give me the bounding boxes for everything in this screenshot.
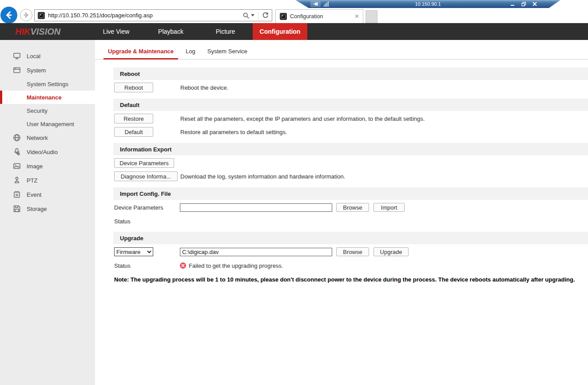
section-header-import-config: Import Config. File bbox=[113, 187, 588, 200]
tab-upgrade-maintenance[interactable]: Upgrade & Maintenance bbox=[103, 44, 178, 60]
import-config-row: Device Parameters Browse Import bbox=[114, 202, 588, 212]
import-browse-button[interactable]: Browse bbox=[336, 203, 369, 212]
sidebar-item-event[interactable]: Event bbox=[0, 187, 95, 202]
error-status-icon bbox=[180, 262, 186, 269]
config-tabs: Upgrade & Maintenance Log System Service bbox=[95, 40, 588, 60]
upgrade-status-text: Failed to get the upgrading progress. bbox=[189, 262, 283, 269]
nav-item-playback[interactable]: Playback bbox=[143, 23, 198, 40]
upgrade-browse-button[interactable]: Browse bbox=[336, 247, 369, 256]
sidebar: Local System System Settings Maintenance… bbox=[0, 40, 95, 385]
sidebar-item-security[interactable]: Security bbox=[0, 104, 95, 117]
upgrade-button[interactable]: Upgrade bbox=[373, 247, 409, 256]
reboot-description: Reboot the device. bbox=[180, 84, 228, 91]
upgrade-status-row: Status Failed to get the upgrading progr… bbox=[114, 261, 588, 270]
floppy-disk-icon bbox=[13, 205, 21, 213]
restore-description: Reset all the parameters, except the IP … bbox=[180, 115, 425, 122]
minimize-icon bbox=[510, 2, 515, 6]
screen: http://10.150.70.251/doc/page/config.asp bbox=[0, 0, 588, 385]
refresh-icon bbox=[262, 12, 269, 19]
import-device-parameters-label: Device Parameters bbox=[114, 204, 180, 211]
sidebar-item-local[interactable]: Local bbox=[0, 49, 95, 63]
globe-icon bbox=[13, 134, 21, 142]
search-dropdown-caret-icon bbox=[251, 14, 254, 16]
section-header-information-export: Information Export bbox=[113, 143, 588, 155]
sidebar-item-network[interactable]: Network bbox=[0, 131, 95, 145]
logo-vision: VISION bbox=[30, 27, 60, 36]
sidebar-item-image[interactable]: Image bbox=[0, 159, 95, 173]
tab-favicon-icon bbox=[280, 13, 287, 20]
import-file-input[interactable] bbox=[180, 203, 332, 212]
rdp-close-button[interactable] bbox=[532, 1, 537, 7]
nav-item-live-view[interactable]: Live View bbox=[89, 23, 143, 40]
default-description: Restore all parameters to default settin… bbox=[180, 129, 287, 135]
sidebar-item-system-settings[interactable]: System Settings bbox=[0, 77, 95, 91]
sidebar-item-storage[interactable]: Storage bbox=[0, 202, 95, 216]
restore-row: Restore Reset all the parameters, except… bbox=[114, 114, 588, 123]
device-parameters-export-row: Device Parameters bbox=[114, 158, 588, 168]
microphone-icon bbox=[13, 148, 21, 156]
sidebar-item-user-management[interactable]: User Management bbox=[0, 117, 95, 131]
section-header-upgrade: Upgrade bbox=[113, 232, 588, 244]
rdp-restore-button[interactable] bbox=[521, 1, 526, 7]
rdp-minimize-button[interactable] bbox=[510, 1, 515, 7]
logo-hik: HIK bbox=[15, 27, 30, 36]
diagnose-information-button[interactable]: Diagnose Informa... bbox=[114, 171, 178, 181]
import-status-label: Status bbox=[114, 218, 180, 225]
restore-icon bbox=[521, 2, 526, 7]
system-window-icon bbox=[13, 66, 21, 74]
new-tab-button[interactable] bbox=[366, 10, 377, 23]
nav-item-configuration[interactable]: Configuration bbox=[253, 23, 307, 40]
back-arrow-icon bbox=[4, 11, 13, 20]
reboot-button[interactable]: Reboot bbox=[114, 83, 153, 92]
hikvision-logo: HIKVISION bbox=[15, 23, 60, 40]
default-button[interactable]: Default bbox=[114, 127, 153, 137]
upgrade-row: Firmware Browse Upgrade bbox=[114, 247, 588, 257]
tab-title: Configuration bbox=[290, 13, 323, 20]
monitor-icon bbox=[13, 52, 21, 60]
upgrade-type-select[interactable]: Firmware bbox=[114, 247, 153, 256]
close-icon bbox=[532, 2, 537, 6]
default-row: Default Restore all parameters to defaul… bbox=[114, 127, 588, 137]
forward-arrow-icon bbox=[23, 12, 30, 19]
rdp-connection-bar: 10.150.90.1 bbox=[295, 0, 560, 8]
tab-system-service[interactable]: System Service bbox=[203, 44, 252, 59]
sidebar-item-system[interactable]: System bbox=[0, 63, 95, 77]
tab-log[interactable]: Log bbox=[181, 44, 200, 59]
tab-close-icon[interactable]: × bbox=[355, 13, 359, 20]
main-nav: Live View Playback Picture Configuration bbox=[89, 23, 307, 40]
upgrade-note: Note: The upgrading process will be 1 to… bbox=[114, 276, 588, 283]
device-parameters-export-button[interactable]: Device Parameters bbox=[114, 158, 174, 168]
ptz-camera-icon bbox=[13, 176, 21, 184]
site-favicon-icon bbox=[38, 12, 45, 19]
import-button[interactable]: Import bbox=[373, 203, 405, 212]
import-status-row: Status bbox=[114, 217, 588, 226]
reboot-row: Reboot Reboot the device. bbox=[114, 83, 588, 92]
sidebar-item-ptz[interactable]: PTZ bbox=[0, 173, 95, 187]
notepad-icon bbox=[13, 191, 21, 198]
browser-forward-button[interactable] bbox=[20, 9, 32, 21]
main-content: Upgrade & Maintenance Log System Service… bbox=[95, 40, 588, 385]
nav-item-picture[interactable]: Picture bbox=[198, 23, 253, 40]
address-bar[interactable]: http://10.150.70.251/doc/page/config.asp bbox=[34, 9, 272, 21]
app-header: HIKVISION Live View Playback Picture Con… bbox=[0, 23, 588, 40]
sidebar-item-maintenance[interactable]: Maintenance bbox=[0, 91, 95, 104]
browser-back-button[interactable] bbox=[0, 7, 17, 24]
diagnose-description: Download the log, system information and… bbox=[180, 173, 345, 180]
upgrade-file-input[interactable] bbox=[180, 248, 332, 256]
picture-icon bbox=[13, 162, 21, 170]
section-header-reboot: Reboot bbox=[113, 67, 588, 80]
upgrade-status-label: Status bbox=[114, 262, 180, 269]
search-icon bbox=[243, 12, 249, 19]
restore-button[interactable]: Restore bbox=[114, 114, 153, 123]
diagnose-information-row: Diagnose Informa... Download the log, sy… bbox=[114, 171, 588, 181]
section-header-default: Default bbox=[113, 99, 588, 111]
search-button[interactable] bbox=[243, 12, 254, 19]
url-text: http://10.150.70.251/doc/page/config.asp bbox=[48, 12, 153, 19]
browser-tab-configuration[interactable]: Configuration × bbox=[275, 9, 363, 23]
address-bar-divider bbox=[258, 12, 258, 20]
sidebar-item-video-audio[interactable]: Video/Audio bbox=[0, 145, 95, 159]
refresh-button[interactable] bbox=[262, 12, 269, 19]
